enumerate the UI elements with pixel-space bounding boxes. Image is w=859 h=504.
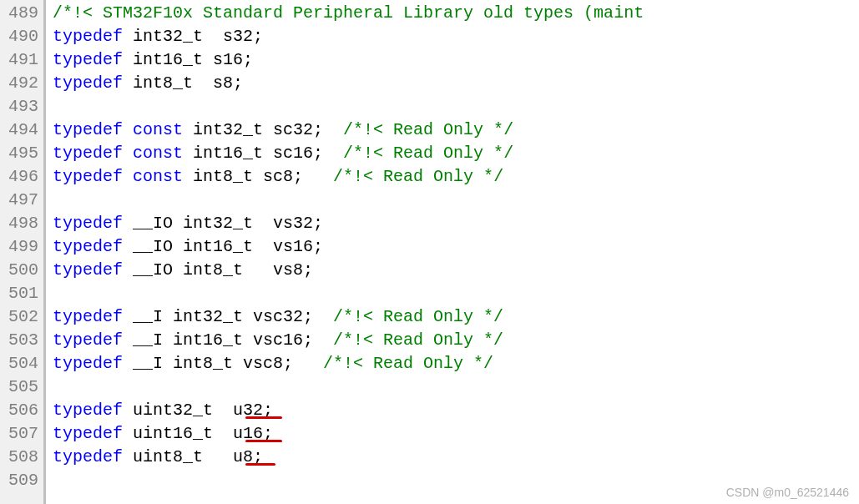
line-number: 508 — [8, 446, 38, 469]
code-line[interactable] — [53, 95, 859, 118]
code-token: __I int8_t vsc8; — [123, 354, 323, 373]
line-number: 492 — [8, 72, 38, 95]
code-token: /*!< Read Only */ — [343, 144, 513, 163]
code-line[interactable]: typedef __I int8_t vsc8; /*!< Read Only … — [53, 352, 859, 375]
line-number: 499 — [8, 235, 38, 259]
code-token: typedef — [53, 237, 123, 256]
line-number: 501 — [8, 282, 38, 305]
code-token: typedef — [53, 260, 123, 280]
code-token — [123, 167, 133, 186]
watermark-text: CSDN @m0_62521446 — [726, 486, 849, 499]
code-token: __IO int16_t vs16; — [123, 237, 323, 256]
code-token: __IO int8_t vs8; — [123, 260, 313, 280]
line-number: 509 — [8, 469, 38, 492]
line-number: 504 — [8, 352, 38, 375]
code-token: int8_t sc8; — [183, 167, 333, 186]
code-line[interactable]: typedef int16_t s16; — [53, 48, 859, 72]
code-line[interactable]: typedef const int32_t sc32; /*!< Read On… — [53, 118, 859, 142]
code-token: typedef — [53, 214, 123, 233]
code-token: typedef — [53, 50, 123, 69]
code-area[interactable]: /*!< STM32F10x Standard Peripheral Libra… — [46, 0, 859, 504]
code-token: /*!< Read Only */ — [323, 354, 493, 373]
code-token: const — [133, 167, 183, 186]
code-token: typedef — [53, 120, 123, 139]
line-number: 506 — [8, 399, 38, 422]
code-line[interactable]: typedef __I int16_t vsc16; /*!< Read Onl… — [53, 329, 859, 352]
line-number: 497 — [8, 189, 38, 212]
code-token: typedef — [53, 144, 123, 163]
code-line[interactable]: typedef __IO int8_t vs8; — [53, 259, 859, 282]
annotation-underline — [245, 440, 282, 442]
code-token: /*!< Read Only */ — [333, 167, 503, 186]
line-number: 503 — [8, 329, 38, 352]
code-line[interactable]: /*!< STM32F10x Standard Peripheral Libra… — [53, 2, 859, 25]
code-line[interactable]: typedef const int16_t sc16; /*!< Read On… — [53, 142, 859, 165]
code-token: const — [133, 144, 183, 163]
code-token — [123, 144, 133, 163]
code-line[interactable]: typedef __IO int32_t vs32; — [53, 212, 859, 235]
code-line[interactable]: typedef uint8_t u8; — [53, 446, 859, 469]
code-token: typedef — [53, 424, 123, 443]
line-number: 500 — [8, 259, 38, 282]
code-line[interactable]: typedef uint16_t u16; — [53, 422, 859, 446]
code-editor: 4894904914924934944954964974984995005015… — [0, 0, 859, 504]
annotation-underline — [245, 416, 282, 419]
code-token: typedef — [53, 447, 123, 466]
code-token: int8_t s8; — [123, 73, 243, 93]
code-token: typedef — [53, 167, 123, 186]
code-token: /*!< Read Only */ — [343, 120, 513, 139]
code-line[interactable] — [53, 189, 859, 212]
code-token: typedef — [53, 354, 123, 373]
code-token: const — [133, 120, 183, 139]
code-token: __I int32_t vsc32; — [123, 307, 333, 326]
code-line[interactable]: typedef __I int32_t vsc32; /*!< Read Onl… — [53, 305, 859, 329]
line-number: 489 — [8, 2, 38, 25]
code-token: int16_t sc16; — [183, 144, 343, 163]
line-number: 495 — [8, 142, 38, 165]
code-token: int32_t s32; — [123, 27, 263, 46]
annotation-underline — [245, 463, 275, 466]
line-number: 498 — [8, 212, 38, 235]
code-token: __I int16_t vsc16; — [123, 330, 333, 350]
code-line[interactable]: typedef uint32_t u32; — [53, 399, 859, 422]
code-token: /*!< Read Only */ — [333, 330, 503, 350]
code-token — [123, 120, 133, 139]
code-token: typedef — [53, 307, 123, 326]
code-token: /*!< Read Only */ — [333, 307, 503, 326]
code-token: typedef — [53, 330, 123, 350]
code-token: int16_t s16; — [123, 50, 253, 69]
code-line[interactable]: typedef __IO int16_t vs16; — [53, 235, 859, 259]
line-number: 493 — [8, 95, 38, 118]
code-line[interactable]: typedef int8_t s8; — [53, 72, 859, 95]
code-line[interactable] — [53, 375, 859, 399]
line-number: 494 — [8, 118, 38, 142]
code-token: /*!< STM32F10x Standard Peripheral Libra… — [53, 3, 644, 23]
line-number: 496 — [8, 165, 38, 189]
code-token: uint8_t u8; — [123, 447, 263, 466]
code-token: typedef — [53, 73, 123, 93]
code-token: typedef — [53, 27, 123, 46]
line-number: 505 — [8, 375, 38, 399]
line-number: 490 — [8, 25, 38, 48]
code-line[interactable] — [53, 282, 859, 305]
code-line[interactable]: typedef int32_t s32; — [53, 25, 859, 48]
line-number: 491 — [8, 48, 38, 72]
line-number: 502 — [8, 305, 38, 329]
code-token: typedef — [53, 401, 123, 420]
line-number: 507 — [8, 422, 38, 446]
line-number-gutter: 4894904914924934944954964974984995005015… — [0, 0, 44, 504]
code-token: __IO int32_t vs32; — [123, 214, 323, 233]
code-token: int32_t sc32; — [183, 120, 343, 139]
code-line[interactable]: typedef const int8_t sc8; /*!< Read Only… — [53, 165, 859, 189]
